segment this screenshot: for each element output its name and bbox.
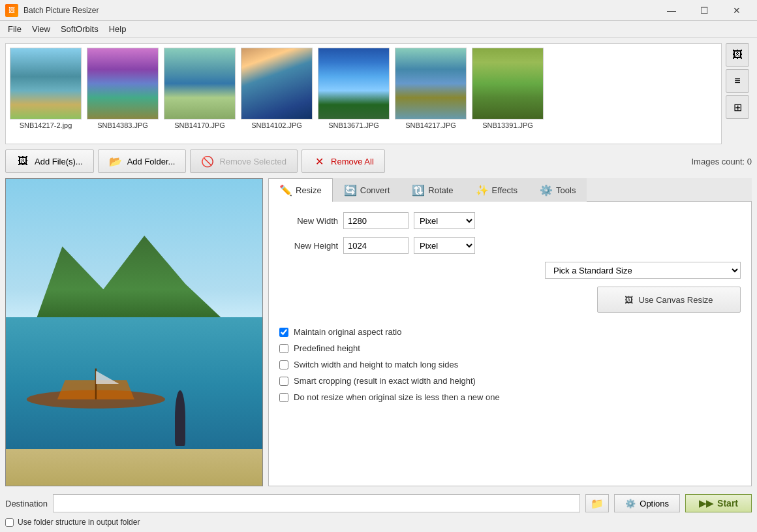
remove-selected-icon: 🚫 <box>201 155 214 168</box>
width-unit-select[interactable]: Pixel Percent Centimeter Inch <box>414 212 475 229</box>
add-files-button[interactable]: 🖼 Add File(s)... <box>5 149 94 173</box>
thumbnail <box>318 48 390 119</box>
width-row: New Width Pixel Percent Centimeter Inch <box>279 212 741 229</box>
maintain-ratio-checkbox[interactable] <box>279 328 288 337</box>
tab-tools[interactable]: ⚙️ Tools <box>529 178 587 202</box>
add-folder-button[interactable]: 📂 Add Folder... <box>98 149 187 173</box>
remove-all-button[interactable]: ✕ Remove All <box>301 149 385 173</box>
image-filename: SNB13391.JPG <box>472 121 544 129</box>
list-item[interactable]: SNB14170.JPG <box>164 48 236 129</box>
resize-tab-icon: ✏️ <box>279 184 292 196</box>
convert-tab-icon: 🔄 <box>344 184 357 196</box>
tab-resize[interactable]: ✏️ Resize <box>268 178 333 202</box>
height-input[interactable] <box>343 237 409 254</box>
thumbnail <box>164 48 236 119</box>
tab-rotate[interactable]: 🔃 Rotate <box>401 178 464 202</box>
canvas-resize-button[interactable]: 🖼 Use Canvas Resize <box>597 287 741 313</box>
switch-dimensions-row: Switch width and height to match long si… <box>279 360 741 369</box>
boat-svg <box>19 357 173 418</box>
maximize-button[interactable]: ☐ <box>689 1 719 20</box>
options-button[interactable]: ⚙️ Options <box>614 494 680 512</box>
add-files-icon: 🖼 <box>16 155 29 168</box>
height-row: New Height Pixel Percent Centimeter Inch <box>279 237 741 254</box>
tools-tab-label: Tools <box>556 185 576 195</box>
resize-tab-label: Resize <box>296 185 322 195</box>
remove-all-label: Remove All <box>331 157 374 166</box>
image-strip-container: SNB14217-2.jpg SNB14383.JPG SNB14170.JPG… <box>5 43 752 144</box>
image-filename: SNB14383.JPG <box>87 121 159 129</box>
predefined-height-checkbox[interactable] <box>279 344 288 353</box>
options-label: Options <box>640 499 669 509</box>
tab-content-resize: New Width Pixel Percent Centimeter Inch … <box>268 202 752 486</box>
maintain-ratio-row: Maintain original aspect ratio <box>279 327 741 337</box>
height-unit-select[interactable]: Pixel Percent Centimeter Inch <box>414 237 475 254</box>
menu-softorbits[interactable]: SoftOrbits <box>55 22 104 36</box>
destination-label: Destination <box>5 499 48 509</box>
predefined-height-row: Predefined height <box>279 343 741 353</box>
no-resize-label: Do not resize when original size is less… <box>294 392 500 402</box>
tab-effects[interactable]: ✨ Effects <box>465 178 529 202</box>
thumbnail <box>395 48 467 119</box>
no-resize-checkbox[interactable] <box>279 393 288 402</box>
preview-panel <box>5 178 263 486</box>
image-strip[interactable]: SNB14217-2.jpg SNB14383.JPG SNB14170.JPG… <box>5 43 722 144</box>
titlebar: 🖼 Batch Picture Resizer — ☐ ✕ <box>0 0 757 21</box>
start-button[interactable]: ▶▶ Start <box>685 494 752 512</box>
smart-cropping-row: Smart cropping (result in exact width an… <box>279 376 741 386</box>
list-item[interactable]: SNB13671.JPG <box>318 48 390 129</box>
folder-structure-checkbox[interactable] <box>5 518 14 527</box>
image-filename: SNB14217.JPG <box>395 121 467 129</box>
menu-file[interactable]: File <box>3 22 27 36</box>
menu-view[interactable]: View <box>27 22 55 36</box>
rotate-tab-icon: 🔃 <box>412 184 425 196</box>
remove-all-icon: ✕ <box>313 155 326 168</box>
tools-tab-icon: ⚙️ <box>540 184 553 196</box>
switch-dimensions-label: Switch width and height to match long si… <box>294 360 458 369</box>
menu-help[interactable]: Help <box>104 22 132 36</box>
folder-structure-row: Use folder structure in output folder <box>5 518 752 527</box>
switch-dimensions-checkbox[interactable] <box>279 360 288 369</box>
list-item[interactable]: SNB14217-2.jpg <box>10 48 82 129</box>
destination-browse-button[interactable]: 📁 <box>585 494 609 512</box>
image-filename: SNB14217-2.jpg <box>10 121 82 129</box>
smart-cropping-label: Smart cropping (result in exact width an… <box>294 376 476 386</box>
thumbnail <box>472 48 544 119</box>
list-item[interactable]: SNB14102.JPG <box>241 48 313 129</box>
destination-input[interactable] <box>53 494 580 512</box>
images-count: Images count: 0 <box>692 157 752 166</box>
minimize-button[interactable]: — <box>657 1 687 20</box>
no-resize-row: Do not resize when original size is less… <box>279 392 741 402</box>
image-filename: SNB13671.JPG <box>318 121 390 129</box>
bottom-section: Destination 📁 ⚙️ Options ▶▶ Start Use fo… <box>5 490 752 527</box>
maintain-ratio-label: Maintain original aspect ratio <box>294 327 401 337</box>
right-panel: ✏️ Resize 🔄 Convert 🔃 Rotate ✨ Effects ⚙… <box>268 178 752 486</box>
image-filename: SNB14170.JPG <box>164 121 236 129</box>
close-button[interactable]: ✕ <box>722 1 752 20</box>
width-label: New Width <box>279 216 338 226</box>
grid-view-button[interactable]: ⊞ <box>726 95 749 119</box>
browse-icon: 📁 <box>591 497 604 510</box>
image-filename: SNB14102.JPG <box>241 121 313 129</box>
width-input[interactable] <box>343 212 409 229</box>
app-icon: 🖼 <box>5 4 18 17</box>
start-arrow-icon: ▶▶ <box>699 498 713 509</box>
list-item[interactable]: SNB14217.JPG <box>395 48 467 129</box>
remove-selected-button[interactable]: 🚫 Remove Selected <box>190 149 298 173</box>
thumbnail <box>10 48 82 119</box>
large-view-button[interactable]: 🖼 <box>726 43 749 67</box>
smart-cropping-checkbox[interactable] <box>279 377 288 386</box>
person-silhouette <box>175 390 185 446</box>
svg-marker-3 <box>96 371 119 384</box>
view-mode-icons: 🖼 ≡ ⊞ <box>726 43 752 144</box>
destination-bar: Destination 📁 ⚙️ Options ▶▶ Start <box>5 490 752 515</box>
list-view-button[interactable]: ≡ <box>726 69 749 93</box>
canvas-resize-label: Use Canvas Resize <box>638 295 713 305</box>
main-content: SNB14217-2.jpg SNB14383.JPG SNB14170.JPG… <box>0 38 757 532</box>
list-item[interactable]: SNB13391.JPG <box>472 48 544 129</box>
standard-size-select[interactable]: Pick a Standard Size 640×480 (VGA) 800×6… <box>545 262 741 279</box>
remove-selected-label: Remove Selected <box>219 157 286 166</box>
list-item[interactable]: SNB14383.JPG <box>87 48 159 129</box>
content-area: ✏️ Resize 🔄 Convert 🔃 Rotate ✨ Effects ⚙… <box>5 178 752 486</box>
tab-convert[interactable]: 🔄 Convert <box>333 178 401 202</box>
tabs-bar: ✏️ Resize 🔄 Convert 🔃 Rotate ✨ Effects ⚙… <box>268 178 752 202</box>
